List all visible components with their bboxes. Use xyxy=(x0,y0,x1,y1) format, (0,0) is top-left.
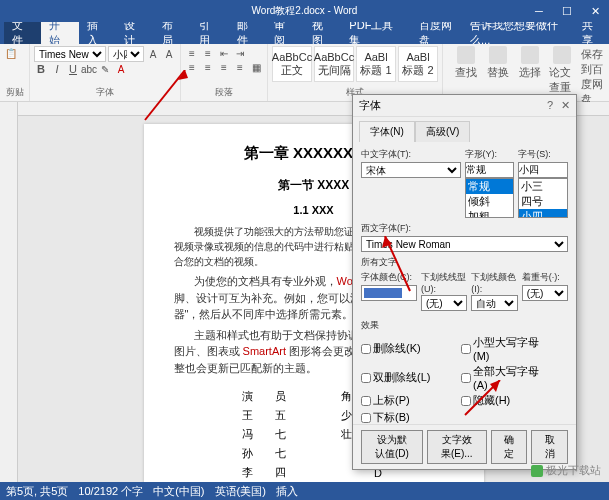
chk-strike[interactable]: 删除线(K) xyxy=(361,335,453,362)
insert-mode[interactable]: 插入 xyxy=(276,484,298,499)
underline-icon[interactable]: U xyxy=(66,62,80,76)
align-right-icon[interactable]: ≡ xyxy=(217,60,231,74)
chk-smallcaps[interactable]: 小型大写字母(M) xyxy=(461,335,553,362)
window-title: Word教程2.docx - Word xyxy=(252,4,358,18)
check-button[interactable]: 论文查重 xyxy=(547,44,577,101)
strike-icon[interactable]: abc xyxy=(82,62,96,76)
indent-icon[interactable]: ⇤ xyxy=(217,46,231,60)
para-group-label: 段落 xyxy=(185,86,263,99)
font-color-icon[interactable]: A xyxy=(114,62,128,76)
text-effects-button[interactable]: 文字效果(E)... xyxy=(427,430,487,464)
dialog-body: 中文字体(T): 宋体 字形(Y): 常规 倾斜 加粗 字号(S): 小三 四号… xyxy=(353,142,576,424)
window-controls: ─ ☐ ✕ xyxy=(525,5,609,18)
select-button[interactable]: 选择 xyxy=(515,44,545,101)
titlebar: Word教程2.docx - Word ─ ☐ ✕ xyxy=(0,0,609,22)
numbering-icon[interactable]: ≡ xyxy=(201,46,215,60)
western-font-select[interactable]: Times New Roman xyxy=(361,236,568,252)
statusbar: 第5页, 共5页 10/2192 个字 中文(中国) 英语(美国) 插入 xyxy=(0,482,609,500)
style-normal[interactable]: AaBbCc正文 xyxy=(272,46,312,82)
vertical-ruler[interactable] xyxy=(0,102,18,482)
style-nospace[interactable]: AaBbCc无间隔 xyxy=(314,46,354,82)
style-listbox[interactable]: 常规 倾斜 加粗 xyxy=(465,178,515,218)
close-button[interactable]: ✕ xyxy=(581,5,609,18)
dialog-help-icon[interactable]: ? xyxy=(547,99,553,112)
paste-icon[interactable]: 📋 xyxy=(4,46,18,60)
underline-select[interactable]: (无) xyxy=(421,295,467,311)
chk-hidden[interactable]: 隐藏(H) xyxy=(461,393,553,408)
effects-checks: 删除线(K) 小型大写字母(M) 双删除线(L) 全部大写字母(A) 上标(P)… xyxy=(361,335,568,424)
lang-zh[interactable]: 中文(中国) xyxy=(153,484,204,499)
cancel-button[interactable]: 取消 xyxy=(531,430,568,464)
chk-super[interactable]: 上标(P) xyxy=(361,393,453,408)
western-font-label: 西文字体(F): xyxy=(361,222,568,235)
align-center-icon[interactable]: ≡ xyxy=(201,60,215,74)
find-button[interactable]: 查找 xyxy=(451,44,481,101)
select-icon xyxy=(521,46,539,64)
ribbon-right: 查找 替换 选择 论文查重 保存到百度网盘 xyxy=(451,44,609,101)
style-h1[interactable]: AaBl标题 1 xyxy=(356,46,396,82)
grow-font-icon[interactable]: A xyxy=(146,47,160,61)
style-h2[interactable]: AaBl标题 2 xyxy=(398,46,438,82)
dialog-titlebar[interactable]: 字体 ?✕ xyxy=(353,95,576,117)
shrink-font-icon[interactable]: A xyxy=(162,47,176,61)
watermark: 极光下载站 xyxy=(531,463,601,478)
chk-dstrike[interactable]: 双删除线(L) xyxy=(361,364,453,391)
all-text-section: 所有文字 xyxy=(361,256,568,269)
chinese-font-select[interactable]: 宋体 xyxy=(361,162,461,178)
shading-icon[interactable]: ▦ xyxy=(249,60,263,74)
maximize-button[interactable]: ☐ xyxy=(553,5,581,18)
baidu-save-button[interactable]: 保存到百度网盘 xyxy=(579,44,609,101)
font-dialog: 字体 ?✕ 字体(N) 高级(V) 中文字体(T): 宋体 字形(Y): 常规 … xyxy=(352,94,577,470)
find-icon xyxy=(457,46,475,64)
tab-font[interactable]: 字体(N) xyxy=(359,121,415,142)
dialog-tabs: 字体(N) 高级(V) xyxy=(353,117,576,142)
group-label: 剪贴 xyxy=(4,86,25,99)
justify-icon[interactable]: ≡ xyxy=(233,60,247,74)
chk-sub[interactable]: 下标(B) xyxy=(361,410,453,424)
lang-en[interactable]: 英语(美国) xyxy=(215,484,266,499)
check-icon xyxy=(553,46,571,64)
ucolor-label: 下划线颜色(I): xyxy=(471,271,517,294)
font-group: Times New F 小四 A A B I U abc ✎ A 字体 xyxy=(30,44,181,101)
outdent-icon[interactable]: ⇥ xyxy=(233,46,247,60)
styles-group: AaBbCc正文 AaBbCc无间隔 AaBl标题 1 AaBl标题 2 样式 xyxy=(268,44,443,101)
tab-advanced[interactable]: 高级(V) xyxy=(415,121,470,142)
align-left-icon[interactable]: ≡ xyxy=(185,60,199,74)
set-default-button[interactable]: 设为默认值(D) xyxy=(361,430,423,464)
menubar: 文件 开始 插入 设计 布局 引用 邮件 审阅 视图 PDF工具集 百度网盘 告… xyxy=(0,22,609,44)
replace-button[interactable]: 替换 xyxy=(483,44,513,101)
italic-icon[interactable]: I xyxy=(50,62,64,76)
font-size-select[interactable]: 小四 xyxy=(108,46,144,62)
ucolor-select[interactable]: 自动 xyxy=(471,295,517,311)
chk-allcaps[interactable]: 全部大写字母(A) xyxy=(461,364,553,391)
dialog-title: 字体 xyxy=(359,98,381,113)
chinese-font-label: 中文字体(T): xyxy=(361,148,461,161)
minimize-button[interactable]: ─ xyxy=(525,5,553,18)
font-group-label: 字体 xyxy=(34,86,176,99)
emph-label: 着重号(·): xyxy=(522,271,568,284)
paragraph-group: ≡ ≡ ⇤ ⇥ ≡ ≡ ≡ ≡ ▦ 段落 xyxy=(181,44,268,101)
style-label: 字形(Y): xyxy=(465,148,515,161)
watermark-logo-icon xyxy=(531,465,543,477)
size-label: 字号(S): xyxy=(518,148,568,161)
underline-label: 下划线线型(U): xyxy=(421,271,467,294)
effects-section: 效果 xyxy=(361,319,568,332)
dialog-close-icon[interactable]: ✕ xyxy=(561,99,570,112)
size-input[interactable] xyxy=(518,162,568,178)
size-listbox[interactable]: 小三 四号 小四 xyxy=(518,178,568,218)
replace-icon xyxy=(489,46,507,64)
font-color-select[interactable] xyxy=(361,285,417,301)
ok-button[interactable]: 确定 xyxy=(491,430,528,464)
watermark-text: 极光下载站 xyxy=(546,463,601,478)
page-count[interactable]: 第5页, 共5页 xyxy=(6,484,68,499)
highlight-icon[interactable]: ✎ xyxy=(98,62,112,76)
word-count[interactable]: 10/2192 个字 xyxy=(78,484,143,499)
clipboard-group: 📋 剪贴 xyxy=(0,44,30,101)
bold-icon[interactable]: B xyxy=(34,62,48,76)
bullets-icon[interactable]: ≡ xyxy=(185,46,199,60)
emph-select[interactable]: (无) xyxy=(522,285,568,301)
style-input[interactable] xyxy=(465,162,515,178)
font-name-select[interactable]: Times New F xyxy=(34,46,106,62)
color-label: 字体颜色(C): xyxy=(361,271,417,284)
